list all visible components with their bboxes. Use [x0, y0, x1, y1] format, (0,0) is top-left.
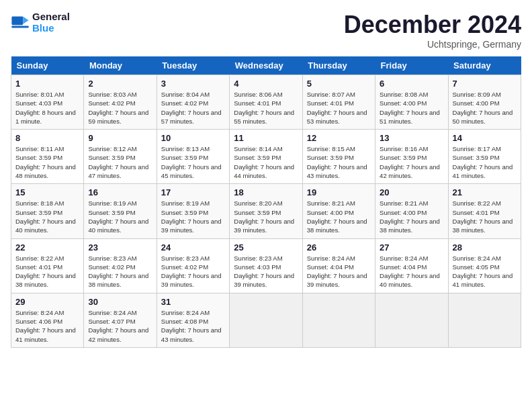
calendar-week-row: 1 Sunrise: 8:01 AM Sunset: 4:03 PM Dayli…	[11, 75, 521, 130]
day-info: Sunrise: 8:20 AM Sunset: 3:59 PM Dayligh…	[234, 199, 298, 234]
day-number: 1	[15, 79, 79, 89]
calendar-cell: 31 Sunrise: 8:24 AM Sunset: 4:08 PM Dayl…	[157, 293, 229, 347]
day-number: 23	[88, 242, 152, 253]
day-info: Sunrise: 8:22 AM Sunset: 4:01 PM Dayligh…	[15, 254, 79, 289]
day-info: Sunrise: 8:19 AM Sunset: 3:59 PM Dayligh…	[161, 199, 225, 234]
calendar-cell: 2 Sunrise: 8:03 AM Sunset: 4:02 PM Dayli…	[84, 75, 157, 130]
day-number: 17	[161, 187, 225, 197]
day-number: 10	[161, 133, 225, 143]
day-info: Sunrise: 8:12 AM Sunset: 3:59 PM Dayligh…	[88, 144, 152, 180]
calendar-cell	[448, 293, 521, 347]
calendar-cell: 23 Sunrise: 8:23 AM Sunset: 4:02 PM Dayl…	[84, 238, 157, 293]
day-number: 25	[234, 242, 298, 253]
logo-text: General Blue	[32, 11, 70, 34]
day-of-week-header: Friday	[375, 56, 448, 75]
calendar-cell: 30 Sunrise: 8:24 AM Sunset: 4:07 PM Dayl…	[84, 293, 157, 347]
day-number: 2	[88, 79, 152, 89]
day-info: Sunrise: 8:21 AM Sunset: 4:00 PM Dayligh…	[380, 199, 443, 234]
day-info: Sunrise: 8:06 AM Sunset: 4:01 PM Dayligh…	[234, 90, 298, 126]
day-info: Sunrise: 8:24 AM Sunset: 4:08 PM Dayligh…	[161, 308, 225, 344]
calendar-cell: 25 Sunrise: 8:23 AM Sunset: 4:03 PM Dayl…	[230, 238, 302, 293]
calendar-week-row: 22 Sunrise: 8:22 AM Sunset: 4:01 PM Dayl…	[11, 238, 521, 293]
day-info: Sunrise: 8:18 AM Sunset: 3:59 PM Dayligh…	[15, 199, 79, 234]
calendar-cell: 28 Sunrise: 8:24 AM Sunset: 4:05 PM Dayl…	[448, 238, 521, 293]
calendar-cell: 14 Sunrise: 8:17 AM Sunset: 3:59 PM Dayl…	[448, 130, 521, 184]
logo: General Blue	[11, 11, 70, 34]
day-number: 27	[380, 242, 443, 253]
calendar-cell	[375, 293, 448, 347]
day-number: 16	[88, 187, 152, 197]
page-header: General Blue December 2024 Uchtspringe, …	[11, 11, 521, 50]
day-number: 13	[380, 133, 443, 143]
calendar-cell: 12 Sunrise: 8:15 AM Sunset: 3:59 PM Dayl…	[302, 130, 375, 184]
day-info: Sunrise: 8:01 AM Sunset: 4:03 PM Dayligh…	[15, 90, 79, 126]
calendar-cell: 26 Sunrise: 8:24 AM Sunset: 4:04 PM Dayl…	[302, 238, 375, 293]
calendar-cell: 7 Sunrise: 8:09 AM Sunset: 4:00 PM Dayli…	[448, 75, 521, 130]
day-info: Sunrise: 8:23 AM Sunset: 4:02 PM Dayligh…	[161, 254, 225, 289]
day-number: 5	[307, 79, 371, 89]
calendar-cell: 19 Sunrise: 8:21 AM Sunset: 4:00 PM Dayl…	[302, 184, 375, 238]
day-info: Sunrise: 8:03 AM Sunset: 4:02 PM Dayligh…	[88, 90, 152, 126]
day-info: Sunrise: 8:15 AM Sunset: 3:59 PM Dayligh…	[307, 144, 371, 180]
day-number: 20	[380, 187, 443, 197]
svg-marker-1	[23, 17, 28, 24]
day-info: Sunrise: 8:24 AM Sunset: 4:06 PM Dayligh…	[15, 308, 79, 344]
day-of-week-header: Tuesday	[157, 56, 229, 75]
day-number: 19	[307, 187, 371, 197]
calendar-cell: 10 Sunrise: 8:13 AM Sunset: 3:59 PM Dayl…	[157, 130, 229, 184]
day-info: Sunrise: 8:16 AM Sunset: 3:59 PM Dayligh…	[380, 144, 443, 180]
day-of-week-header: Monday	[84, 56, 157, 75]
calendar-cell: 6 Sunrise: 8:08 AM Sunset: 4:00 PM Dayli…	[375, 75, 448, 130]
calendar-header-row: SundayMondayTuesdayWednesdayThursdayFrid…	[11, 56, 521, 75]
calendar-week-row: 8 Sunrise: 8:11 AM Sunset: 3:59 PM Dayli…	[11, 130, 521, 184]
day-info: Sunrise: 8:19 AM Sunset: 3:59 PM Dayligh…	[88, 199, 152, 234]
calendar-cell: 27 Sunrise: 8:24 AM Sunset: 4:04 PM Dayl…	[375, 238, 448, 293]
calendar-cell: 11 Sunrise: 8:14 AM Sunset: 3:59 PM Dayl…	[230, 130, 302, 184]
day-of-week-header: Wednesday	[230, 56, 302, 75]
day-info: Sunrise: 8:07 AM Sunset: 4:01 PM Dayligh…	[307, 90, 371, 126]
calendar-cell: 20 Sunrise: 8:21 AM Sunset: 4:00 PM Dayl…	[375, 184, 448, 238]
day-info: Sunrise: 8:08 AM Sunset: 4:00 PM Dayligh…	[380, 90, 443, 126]
day-of-week-header: Thursday	[302, 56, 375, 75]
calendar-cell: 3 Sunrise: 8:04 AM Sunset: 4:02 PM Dayli…	[157, 75, 229, 130]
day-info: Sunrise: 8:17 AM Sunset: 3:59 PM Dayligh…	[453, 144, 517, 180]
calendar-cell: 18 Sunrise: 8:20 AM Sunset: 3:59 PM Dayl…	[230, 184, 302, 238]
calendar-cell: 1 Sunrise: 8:01 AM Sunset: 4:03 PM Dayli…	[11, 75, 84, 130]
calendar-cell: 13 Sunrise: 8:16 AM Sunset: 3:59 PM Dayl…	[375, 130, 448, 184]
day-number: 9	[88, 133, 152, 143]
day-number: 11	[234, 133, 298, 143]
day-info: Sunrise: 8:24 AM Sunset: 4:04 PM Dayligh…	[307, 254, 371, 289]
day-number: 12	[307, 133, 371, 143]
day-info: Sunrise: 8:14 AM Sunset: 3:59 PM Dayligh…	[234, 144, 298, 180]
day-info: Sunrise: 8:09 AM Sunset: 4:00 PM Dayligh…	[453, 90, 517, 126]
day-number: 7	[453, 79, 517, 89]
day-number: 28	[453, 242, 517, 253]
calendar-cell: 24 Sunrise: 8:23 AM Sunset: 4:02 PM Dayl…	[157, 238, 229, 293]
calendar-cell: 15 Sunrise: 8:18 AM Sunset: 3:59 PM Dayl…	[11, 184, 84, 238]
day-number: 31	[161, 297, 225, 307]
day-number: 30	[88, 297, 152, 307]
calendar-cell: 17 Sunrise: 8:19 AM Sunset: 3:59 PM Dayl…	[157, 184, 229, 238]
calendar-table: SundayMondayTuesdayWednesdayThursdayFrid…	[11, 56, 521, 348]
day-info: Sunrise: 8:22 AM Sunset: 4:01 PM Dayligh…	[453, 199, 517, 234]
calendar-cell: 21 Sunrise: 8:22 AM Sunset: 4:01 PM Dayl…	[448, 184, 521, 238]
day-number: 3	[161, 79, 225, 89]
calendar-cell: 29 Sunrise: 8:24 AM Sunset: 4:06 PM Dayl…	[11, 293, 84, 347]
day-number: 4	[234, 79, 298, 89]
month-title: December 2024	[344, 11, 521, 39]
day-info: Sunrise: 8:21 AM Sunset: 4:00 PM Dayligh…	[307, 199, 371, 234]
calendar-cell: 22 Sunrise: 8:22 AM Sunset: 4:01 PM Dayl…	[11, 238, 84, 293]
day-number: 18	[234, 187, 298, 197]
day-info: Sunrise: 8:24 AM Sunset: 4:04 PM Dayligh…	[380, 254, 443, 289]
day-number: 21	[453, 187, 517, 197]
day-info: Sunrise: 8:04 AM Sunset: 4:02 PM Dayligh…	[161, 90, 225, 126]
title-area: December 2024 Uchtspringe, Germany	[344, 11, 521, 50]
day-number: 8	[15, 133, 79, 143]
calendar-body: 1 Sunrise: 8:01 AM Sunset: 4:03 PM Dayli…	[11, 75, 521, 348]
day-number: 24	[161, 242, 225, 253]
day-number: 26	[307, 242, 371, 253]
day-of-week-header: Sunday	[11, 56, 84, 75]
day-info: Sunrise: 8:24 AM Sunset: 4:05 PM Dayligh…	[453, 254, 517, 289]
location: Uchtspringe, Germany	[344, 39, 521, 50]
calendar-week-row: 29 Sunrise: 8:24 AM Sunset: 4:06 PM Dayl…	[11, 293, 521, 347]
